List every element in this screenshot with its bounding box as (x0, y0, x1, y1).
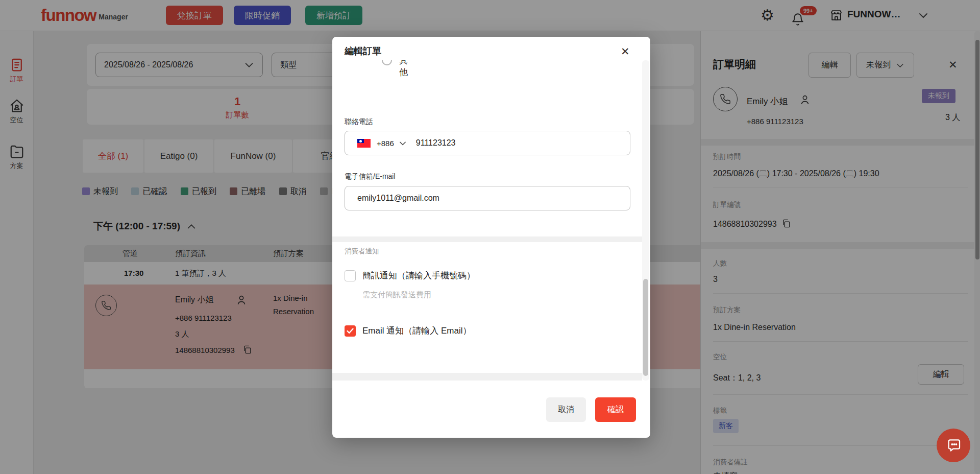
phone-input[interactable]: +886 911123123 (345, 131, 630, 155)
email-checkbox-checked[interactable] (345, 325, 356, 337)
sms-fee-helper: 需支付簡訊發送費用 (362, 290, 431, 300)
cancel-button[interactable]: 取消 (546, 397, 586, 422)
email-field-label: 電子信箱/E-mail (345, 172, 396, 181)
radio-circle-icon[interactable] (382, 60, 392, 65)
modal-scroll-area: 其他 聯絡電話 +886 911123123 電子信箱/E-mail emily… (332, 60, 642, 381)
modal-close-icon[interactable]: ✕ (621, 46, 630, 57)
app-root: funnow Manager 兌換訂單 限時促銷 新增預訂 ⚙ 99+ FUNN… (0, 0, 980, 474)
chat-launcher-button[interactable] (937, 429, 970, 462)
country-code-value: +886 (377, 139, 394, 148)
check-icon (347, 328, 354, 334)
confirm-button[interactable]: 確認 (595, 397, 636, 422)
section-separator (332, 373, 642, 381)
chat-bubble-icon (945, 437, 962, 454)
sms-notify-option[interactable]: 簡訊通知（請輸入手機號碼） (345, 270, 475, 281)
phone-field-label: 聯絡電話 (345, 117, 373, 127)
email-notify-label: Email 通知（請輸入 Email） (362, 325, 471, 337)
email-input[interactable]: emily1011@gmail.com (345, 186, 630, 210)
modal-scrollbar-track[interactable] (642, 60, 649, 381)
email-value[interactable]: emily1011@gmail.com (357, 194, 439, 203)
edit-order-modal: 編輯訂單 ✕ 其他 聯絡電話 +886 911123123 電子信箱/E-mai… (332, 37, 650, 438)
section-separator (332, 236, 642, 242)
radio-other-label: 其他 (399, 60, 408, 78)
email-notify-option[interactable]: Email 通知（請輸入 Email） (345, 325, 471, 337)
phone-number-value[interactable]: 911123123 (416, 138, 456, 148)
country-code-chevron-down-icon[interactable] (399, 140, 407, 146)
modal-scrollbar-thumb[interactable] (643, 279, 648, 376)
taiwan-flag-icon (357, 139, 371, 148)
sms-notify-label: 簡訊通知（請輸入手機號碼） (362, 270, 475, 281)
modal-title: 編輯訂單 (345, 45, 381, 57)
sms-checkbox-unchecked[interactable] (345, 270, 356, 281)
notify-section-label: 消費者通知 (345, 247, 379, 256)
